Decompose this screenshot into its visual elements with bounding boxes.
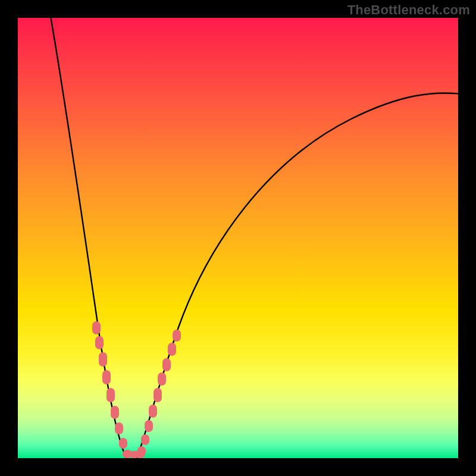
svg-rect-10 <box>141 434 149 445</box>
curve-layer <box>18 18 458 458</box>
right-branch-curve <box>137 93 458 458</box>
svg-rect-6 <box>111 406 119 419</box>
svg-rect-4 <box>102 370 111 384</box>
svg-rect-7 <box>115 422 123 434</box>
svg-rect-12 <box>149 405 157 418</box>
chart-frame: TheBottleneck.com <box>0 0 476 476</box>
svg-rect-13 <box>154 388 162 402</box>
svg-rect-11 <box>145 420 153 432</box>
svg-rect-16 <box>168 343 176 356</box>
svg-rect-15 <box>162 358 171 371</box>
svg-rect-20 <box>136 450 145 458</box>
plot-area <box>18 18 458 458</box>
marker-cluster-right <box>137 330 181 456</box>
svg-rect-2 <box>95 336 104 349</box>
svg-rect-8 <box>119 438 127 449</box>
watermark-text: TheBottleneck.com <box>347 2 470 18</box>
svg-rect-1 <box>92 321 101 334</box>
svg-rect-5 <box>107 388 115 402</box>
svg-rect-14 <box>158 372 166 386</box>
svg-rect-3 <box>99 352 107 367</box>
marker-cluster-left <box>92 321 127 449</box>
svg-rect-17 <box>173 330 181 342</box>
marker-cluster-trough <box>123 450 145 458</box>
